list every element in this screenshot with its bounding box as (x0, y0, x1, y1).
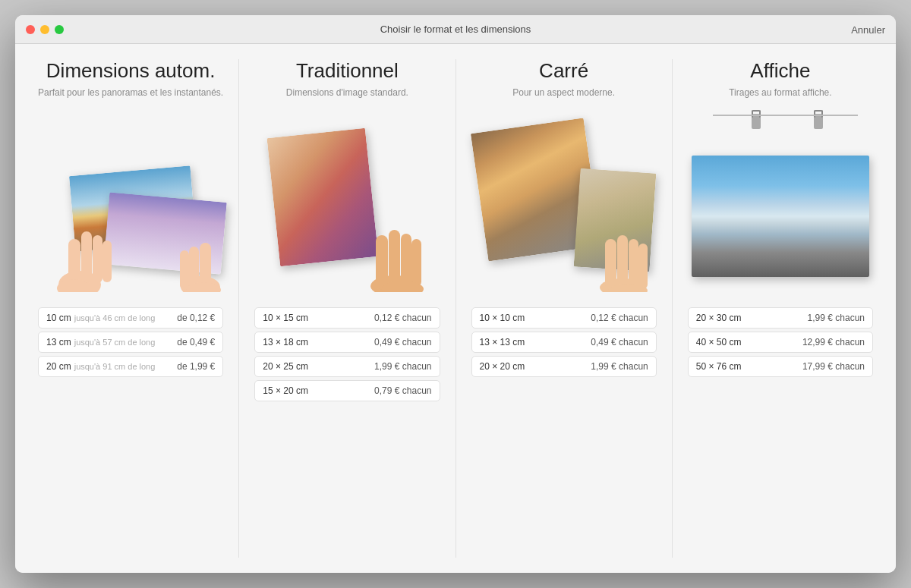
size-label: 20 cm (46, 361, 71, 372)
price-row[interactable]: 20 × 25 cm 1,99 € chacun (254, 356, 440, 377)
clip-left-wire-icon (752, 110, 761, 118)
size-label: 13 × 18 cm (263, 337, 308, 347)
svg-rect-14 (401, 234, 411, 287)
col-affiche-pricing: 20 × 30 cm 1,99 € chacun 40 × 50 cm 12,9… (684, 307, 877, 377)
col-carre-title: Carré (539, 59, 588, 83)
svg-rect-15 (411, 239, 421, 287)
size-label: 40 × 50 cm (696, 337, 742, 347)
svg-rect-19 (617, 235, 628, 290)
price-row[interactable]: 20 × 30 cm 1,99 € chacun (688, 307, 873, 329)
col-carre[interactable]: Carré Pour un aspect moderne. (456, 59, 673, 558)
content-area: Dimensions autom. Parfait pour les panor… (15, 44, 896, 573)
size-label: 13 × 13 cm (480, 337, 525, 347)
col-dim-autom-pricing: 10 cm jusqu'à 46 cm de long de 0,12 € 13… (34, 307, 227, 377)
col-traditionnel-subtitle: Dimensions d'image standard. (286, 87, 408, 98)
wire-icon (713, 115, 858, 116)
price-label: 12,99 € chacun (802, 337, 865, 347)
price-row[interactable]: 13 × 18 cm 0,49 € chacun (254, 332, 440, 353)
affiche-photos (684, 110, 877, 292)
size-label: 10 × 10 cm (480, 313, 525, 323)
col-traditionnel-title: Traditionnel (296, 59, 399, 83)
price-row[interactable]: 10 cm jusqu'à 46 cm de long de 0,12 € (38, 307, 223, 329)
col-traditionnel-pricing: 10 × 15 cm 0,12 € chacun 13 × 18 cm 0,49… (251, 307, 443, 401)
price-row[interactable]: 40 × 50 cm 12,99 € chacun (688, 332, 873, 353)
hand-holding-trad-icon (361, 216, 429, 292)
price-label: 17,99 € chacun (802, 361, 865, 372)
col-dim-autom-title: Dimensions autom. (46, 59, 216, 83)
price-row[interactable]: 15 × 20 cm 0,79 € chacun (254, 380, 440, 401)
price-label: de 0,12 € (177, 313, 215, 323)
svg-rect-9 (180, 250, 189, 290)
col-dim-autom-subtitle: Parfait pour les panoramas et les instan… (38, 87, 223, 98)
svg-rect-3 (93, 235, 102, 283)
price-row[interactable]: 10 × 10 cm 0,12 € chacun (471, 307, 657, 329)
price-row[interactable]: 20 cm jusqu'à 91 cm de long de 1,99 € (38, 356, 223, 377)
price-label: 1,99 € chacun (808, 313, 865, 323)
traffic-lights (26, 25, 64, 34)
svg-rect-18 (605, 239, 616, 291)
col-dim-autom[interactable]: Dimensions autom. Parfait pour les panor… (23, 59, 239, 558)
price-label: de 1,99 € (177, 361, 215, 372)
size-label: 20 × 20 cm (480, 361, 525, 372)
col-carre-pricing: 10 × 10 cm 0,12 € chacun 13 × 13 cm 0,49… (468, 307, 660, 377)
price-label: 0,49 € chacun (374, 337, 431, 347)
annuler-button[interactable]: Annuler (851, 24, 885, 35)
size-label: 50 × 76 cm (696, 361, 742, 372)
size-note: jusqu'à 91 cm de long (74, 362, 178, 371)
size-note: jusqu'à 57 cm de long (74, 338, 178, 347)
svg-rect-20 (629, 239, 638, 290)
size-label: 20 × 30 cm (696, 313, 742, 323)
hand-right-icon (166, 220, 223, 292)
price-label: 0,12 € chacun (374, 313, 431, 323)
maximize-button[interactable] (55, 25, 64, 34)
titlebar: Choisir le format et les dimensions Annu… (15, 15, 896, 44)
col-traditionnel-photo-area (251, 110, 443, 292)
price-row[interactable]: 13 cm jusqu'à 57 cm de long de 0,49 € (38, 332, 223, 353)
col-affiche-title: Affiche (750, 59, 810, 83)
size-note: jusqu'à 46 cm de long (74, 313, 178, 322)
price-label: 1,99 € chacun (374, 361, 431, 372)
price-label: 0,12 € chacun (591, 313, 648, 323)
size-label: 20 × 25 cm (263, 361, 308, 372)
price-row[interactable]: 13 × 13 cm 0,49 € chacun (471, 332, 657, 353)
svg-rect-12 (376, 235, 388, 290)
col-traditionnel[interactable]: Traditionnel Dimensions d'image standard… (239, 59, 456, 558)
size-label: 13 cm (46, 337, 71, 347)
trad-photos (251, 110, 443, 292)
size-label: 10 × 15 cm (263, 313, 308, 323)
price-label: 0,49 € chacun (591, 337, 648, 347)
dim-autom-photos (34, 110, 227, 292)
col-affiche-photo-area (684, 110, 877, 292)
carre-photos (468, 110, 660, 292)
main-window: Choisir le format et les dimensions Annu… (15, 15, 896, 573)
svg-rect-2 (81, 231, 92, 283)
col-dim-autom-photo-area (34, 110, 227, 292)
price-row[interactable]: 10 × 15 cm 0,12 € chacun (254, 307, 440, 329)
size-label: 15 × 20 cm (263, 385, 308, 396)
col-carre-photo-area (468, 110, 660, 292)
minimize-button[interactable] (40, 25, 49, 34)
col-affiche[interactable]: Affiche Tirages au format affiche. (673, 59, 888, 558)
window-title: Choisir le format et les dimensions (380, 24, 531, 35)
col-carre-subtitle: Pour un aspect moderne. (512, 87, 615, 98)
clip-right-wire-icon (814, 110, 823, 118)
price-row[interactable]: 20 × 20 cm 1,99 € chacun (471, 356, 657, 377)
price-label: 0,79 € chacun (374, 385, 431, 396)
close-button[interactable] (26, 25, 35, 34)
size-label: 10 cm (46, 313, 71, 323)
price-row[interactable]: 50 × 76 cm 17,99 € chacun (688, 356, 873, 377)
hand-left-icon (57, 209, 118, 292)
svg-rect-4 (102, 241, 112, 282)
hand-holding-carre-icon (588, 224, 653, 292)
price-label: de 0,49 € (177, 337, 215, 347)
photo-mountain (692, 156, 869, 277)
svg-rect-7 (200, 243, 211, 288)
col-affiche-subtitle: Tirages au format affiche. (729, 87, 831, 98)
svg-rect-13 (389, 230, 400, 287)
price-label: 1,99 € chacun (591, 361, 648, 372)
svg-rect-21 (638, 244, 648, 289)
